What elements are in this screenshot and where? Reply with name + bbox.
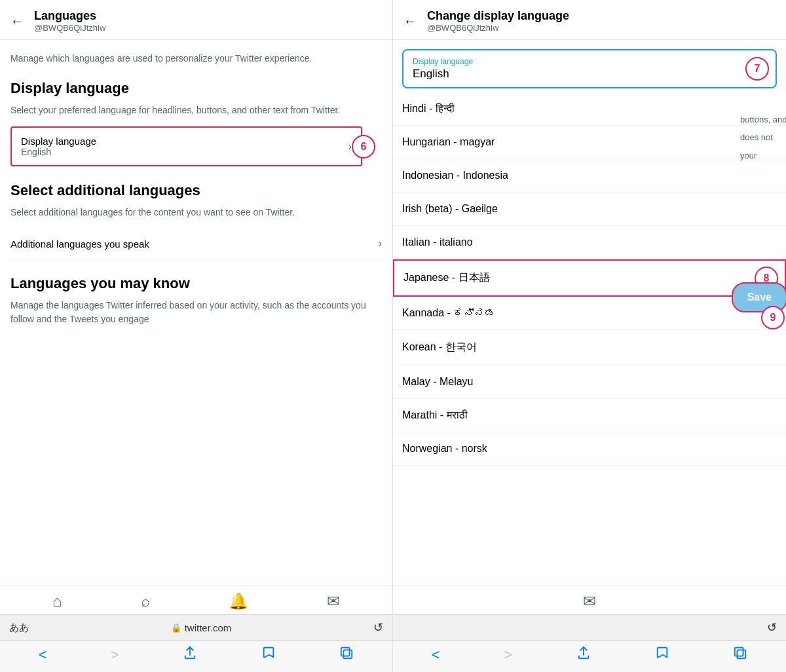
left-panel: ← Languages @BWQB6QiJtzhiw Manage which … — [0, 0, 393, 672]
left-intro: Manage which languages are used to perso… — [10, 52, 382, 65]
right-reload-icon[interactable]: ↺ — [767, 620, 777, 635]
row-label: Display language — [21, 136, 96, 147]
right-header-title-block: Change display language @BWQB6QiJtzhiw — [427, 9, 569, 33]
display-language-desc: Select your preferred language for headl… — [10, 103, 382, 117]
url-text: twitter.com — [185, 622, 232, 633]
right-safari-nav: < > — [393, 640, 786, 672]
svg-rect-0 — [341, 648, 350, 656]
display-language-title: Display language — [10, 80, 382, 97]
svg-rect-2 — [735, 648, 743, 656]
left-safari-nav: < > — [0, 640, 392, 672]
list-item[interactable]: Italian - italiano — [393, 226, 786, 259]
right-mail-icon[interactable]: ✉ — [583, 592, 596, 610]
display-lang-row-text: Display language English — [21, 136, 96, 157]
right-username: @BWQB6QiJtzhiw — [427, 23, 569, 33]
bell-icon[interactable]: 🔔 — [229, 592, 248, 610]
reload-icon[interactable]: ↺ — [373, 620, 383, 635]
left-header: ← Languages @BWQB6QiJtzhiw — [0, 0, 392, 40]
right-share-btn[interactable] — [576, 646, 591, 664]
share-button[interactable] — [183, 646, 197, 664]
list-item[interactable]: Indonesian - Indonesia — [393, 159, 786, 193]
list-item[interactable]: Marathi - मराठी — [393, 399, 786, 432]
badge-9: 9 — [761, 306, 785, 329]
right-nav-icons: ✉ — [393, 592, 786, 610]
dropdown-label: Display language — [413, 57, 766, 66]
left-bottom-nav: ⌂ ⌕ 🔔 ✉ — [0, 585, 392, 614]
list-item[interactable]: Norwegian - norsk — [393, 432, 786, 466]
mail-icon[interactable]: ✉ — [327, 592, 340, 610]
right-panel: ← Change display language @BWQB6QiJtzhiw… — [393, 0, 786, 672]
row-value: English — [21, 147, 96, 157]
lock-icon: 🔒 — [171, 623, 181, 633]
additional-chevron-icon: › — [379, 238, 382, 250]
back-button[interactable]: < — [39, 646, 47, 663]
url-bar[interactable]: 🔒 twitter.com — [171, 622, 232, 633]
additional-languages-label: Additional languages you speak — [10, 238, 149, 250]
badge-7: 7 — [745, 57, 769, 81]
save-button-container: Save 9 — [732, 282, 786, 312]
japanese-label: Japanese - 日本語 — [403, 272, 490, 283]
svg-rect-1 — [344, 650, 352, 658]
list-item[interactable]: Malay - Melayu — [393, 365, 786, 399]
list-item[interactable]: Hungarian - magyar — [393, 126, 786, 159]
left-header-title-block: Languages @BWQB6QiJtzhiw — [34, 9, 105, 33]
list-item[interactable]: Irish (beta) - Gaeilge — [393, 193, 786, 226]
list-item[interactable]: Korean - 한국어 — [393, 330, 786, 365]
right-page-title: Change display language — [427, 9, 569, 23]
display-language-row[interactable]: Display language English › 6 — [10, 126, 362, 166]
home-icon[interactable]: ⌂ — [52, 592, 62, 610]
additional-languages-title: Select additional languages — [10, 182, 382, 199]
language-list: Hindi - हिन्दी Hungarian - magyar Indone… — [393, 92, 786, 466]
left-content: Manage which languages are used to perso… — [0, 40, 392, 585]
right-forward-btn[interactable]: > — [504, 646, 512, 663]
left-page-title: Languages — [34, 9, 105, 23]
right-content: Display language English ∨ 7 buttons, an… — [393, 40, 786, 585]
dropdown-value: English — [413, 67, 766, 81]
bookmarks-button[interactable] — [261, 646, 276, 664]
list-item[interactable]: Hindi - हिन्दी — [393, 92, 786, 126]
left-back-button[interactable]: ← — [10, 14, 24, 29]
additional-languages-desc: Select additional languages for the cont… — [10, 206, 382, 219]
badge-6: 6 — [352, 135, 375, 159]
right-address-bar: ↺ — [393, 614, 786, 640]
left-address-bar: ああ 🔒 twitter.com ↺ — [0, 614, 392, 640]
may-know-desc: Manage the languages Twitter inferred ba… — [10, 299, 382, 326]
right-bookmarks-btn[interactable] — [655, 646, 669, 664]
search-icon[interactable]: ⌕ — [141, 592, 150, 610]
may-know-section: Languages you may know Manage the langua… — [10, 275, 382, 326]
keyboard-lang-indicator: ああ — [9, 622, 29, 634]
right-bottom-nav: ✉ — [393, 585, 786, 614]
display-language-dropdown[interactable]: Display language English ∨ — [402, 49, 777, 88]
right-tabs-btn[interactable] — [733, 646, 747, 664]
japanese-lang-item[interactable]: Japanese - 日本語 8 — [393, 259, 786, 297]
left-nav-icons: ⌂ ⌕ 🔔 ✉ — [0, 592, 392, 610]
right-back-btn[interactable]: < — [432, 646, 440, 663]
right-header: ← Change display language @BWQB6QiJtzhiw — [393, 0, 786, 40]
tabs-button[interactable] — [339, 646, 354, 664]
may-know-title: Languages you may know — [10, 275, 382, 292]
svg-rect-3 — [738, 650, 746, 658]
additional-languages-row[interactable]: Additional languages you speak › — [10, 229, 382, 259]
left-username: @BWQB6QiJtzhiw — [34, 23, 105, 33]
list-item[interactable]: Kannada - ಕನ್ನಡ — [393, 297, 786, 330]
forward-button[interactable]: > — [111, 646, 119, 663]
right-back-button[interactable]: ← — [403, 14, 417, 29]
